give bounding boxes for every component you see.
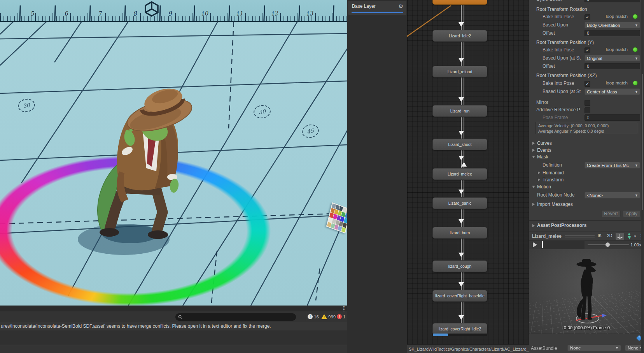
pose-frame-label: Pose Frame bbox=[542, 115, 568, 120]
drag-handle-icon[interactable] bbox=[565, 237, 595, 237]
foldout-motion[interactable]: Motion bbox=[537, 184, 551, 190]
layer-item-base-layer[interactable]: Base Layer ⚙ bbox=[348, 1, 406, 15]
speed-slider-knob[interactable] bbox=[606, 242, 610, 247]
divider bbox=[529, 220, 644, 221]
foldout-transform[interactable]: Transform bbox=[542, 177, 564, 183]
gear-icon[interactable]: ⚙ bbox=[398, 3, 403, 9]
based-upon-at-start-label: Based Upon (at St bbox=[542, 55, 584, 61]
apply-button[interactable]: Apply bbox=[623, 210, 640, 217]
state-node-selected[interactable] bbox=[432, 0, 487, 5]
foldout-arrow-icon[interactable] bbox=[532, 149, 535, 152]
bake-into-pose-checkbox[interactable]: ✓ bbox=[584, 14, 590, 20]
console-error-badge[interactable]: ! 1 bbox=[337, 314, 345, 319]
based-upon-dropdown[interactable]: Original▼ bbox=[584, 55, 640, 61]
console-warning-badge[interactable]: ! 999+ bbox=[321, 314, 338, 319]
based-upon-dropdown[interactable]: Center of Mass▼ bbox=[584, 88, 640, 95]
offset-field[interactable]: 0 bbox=[584, 63, 640, 69]
foldout-events[interactable]: Events bbox=[537, 148, 551, 153]
state-node[interactable]: lizard_cough bbox=[432, 260, 487, 272]
average-velocity-box: Average Velocity: (0.000, 0.000, 0.000) … bbox=[536, 122, 638, 134]
loop-match-indicator bbox=[633, 81, 638, 86]
based-upon-at-start-label: Based Upon (at St bbox=[542, 89, 584, 94]
foldout-arrow-icon[interactable] bbox=[532, 156, 535, 158]
foldout-mask[interactable]: Mask bbox=[537, 154, 548, 160]
foldout-arrow-icon[interactable] bbox=[532, 203, 535, 206]
timeline-scrubber[interactable] bbox=[541, 241, 584, 249]
average-angular-speed: Average Angular Y Speed: 0.0 deg/s bbox=[538, 128, 638, 134]
preview-character-silhouette bbox=[572, 259, 603, 323]
preview-title: Lizard_melee bbox=[532, 234, 562, 239]
preview-viewport[interactable]: 0:00 (000.0%) Frame 0 bbox=[529, 249, 644, 334]
bake-into-pose-checkbox[interactable]: ✓ bbox=[584, 81, 590, 87]
avatar-icon[interactable] bbox=[626, 233, 632, 241]
foldout-import-messages[interactable]: Import Messages bbox=[537, 202, 573, 207]
average-velocity: Average Velocity: (0.000, 0.000, 0.000) bbox=[538, 123, 638, 128]
state-node[interactable]: lizard_burn bbox=[432, 227, 487, 239]
foldout-arrow-icon[interactable] bbox=[532, 224, 535, 227]
ik-toggle-button[interactable]: IK bbox=[598, 233, 602, 238]
based-upon-label: Based Upon bbox=[542, 22, 568, 28]
speed-value: 1.00x bbox=[630, 242, 641, 247]
search-input[interactable] bbox=[175, 313, 296, 321]
mirror-checkbox[interactable] bbox=[584, 100, 590, 106]
assetbundle-section: AssetBundle None ▼ None ▼ bbox=[529, 334, 644, 353]
state-node[interactable]: Lizard_reload bbox=[432, 66, 487, 77]
state-node[interactable]: Lizard_Idle2 bbox=[432, 30, 487, 42]
animator-breadcrumb[interactable]: SK_LizardWildTactics/Graphics/Characters… bbox=[407, 344, 529, 353]
offset-label: Offset bbox=[542, 63, 555, 69]
definition-label: Definition bbox=[542, 162, 562, 168]
layer-weight-bar[interactable] bbox=[352, 12, 403, 13]
state-node[interactable]: Lizard_run bbox=[432, 105, 487, 117]
foldout-curves[interactable]: Curves bbox=[537, 140, 552, 146]
offset-field[interactable]: 0 bbox=[584, 30, 640, 36]
search-icon bbox=[178, 315, 182, 319]
inspector-scrollbar[interactable] bbox=[641, 0, 644, 353]
play-button[interactable] bbox=[533, 242, 537, 248]
game-viewport[interactable]: 5 6 7 8 9 10 11 12 13 30 30 45 bbox=[0, 0, 347, 306]
playhead[interactable] bbox=[542, 241, 543, 248]
scrollbar-thumb[interactable] bbox=[642, 74, 643, 210]
foldout-arrow-icon[interactable] bbox=[532, 186, 535, 188]
assetbundle-dropdown[interactable]: None ▼ bbox=[567, 345, 621, 351]
pose-frame-field: 0 bbox=[584, 114, 640, 121]
preview-playback-bar: 1.00x bbox=[529, 241, 644, 249]
console-info-badge[interactable]: ! 16 bbox=[308, 314, 319, 319]
console-top-strip: ••• bbox=[0, 306, 347, 311]
foldout-arrow-icon[interactable] bbox=[532, 142, 535, 145]
status-bar bbox=[0, 345, 347, 353]
state-node[interactable]: Lizard_shoot bbox=[432, 139, 487, 150]
foldout-humanoid[interactable]: Humanoid bbox=[542, 170, 564, 176]
state-node[interactable]: lizard_coverRight_Idle2 bbox=[432, 323, 487, 335]
foldout-asset-postprocessors[interactable]: Asset PostProcessors bbox=[537, 223, 586, 228]
chevron-down-icon[interactable]: ▼ bbox=[634, 235, 637, 238]
console-log-entry[interactable]: ures/Inconsolata/Inconsolata-SemiBold SD… bbox=[0, 322, 347, 330]
lizard-character bbox=[0, 0, 347, 306]
unity-editor-window: 5 6 7 8 9 10 11 12 13 30 30 45 bbox=[0, 0, 644, 353]
error-icon: ! bbox=[337, 314, 342, 319]
loop-match-label: loop match bbox=[606, 14, 628, 19]
cycle-offset-field[interactable]: 0 bbox=[584, 0, 640, 2]
drag-handle-icon[interactable] bbox=[565, 235, 595, 236]
assetbundle-label: AssetBundle bbox=[531, 346, 557, 351]
bake-into-pose-checkbox[interactable]: ✓ bbox=[584, 47, 590, 53]
inspector-panel: Cycle Offset 0 Root Transform Rotation B… bbox=[529, 0, 644, 353]
definition-dropdown[interactable]: Create From This Mc▼ bbox=[584, 162, 640, 169]
revert-button[interactable]: Revert bbox=[601, 210, 621, 217]
console-message: ures/Inconsolata/Inconsolata-SemiBold SD… bbox=[0, 323, 271, 329]
state-node[interactable]: Lizard_panic bbox=[432, 197, 487, 209]
foldout-arrow-icon[interactable] bbox=[538, 178, 540, 181]
section-root-rotation: Root Transform Rotation bbox=[536, 7, 587, 12]
state-node[interactable]: Lizard_melee bbox=[432, 168, 487, 180]
bake-into-pose-label: Bake Into Pose bbox=[542, 14, 574, 19]
loop-match-label: loop match bbox=[606, 81, 628, 85]
pivot-button[interactable] bbox=[616, 233, 624, 240]
pivot-axis-icon bbox=[616, 233, 624, 240]
based-upon-dropdown[interactable]: Body Orientation▼ bbox=[584, 22, 640, 28]
additive-reference-checkbox[interactable] bbox=[584, 107, 590, 113]
mirror-label: Mirror bbox=[536, 100, 548, 105]
foldout-arrow-icon[interactable] bbox=[538, 171, 540, 174]
2d-toggle-button[interactable]: 2D bbox=[607, 233, 612, 238]
root-motion-node-dropdown[interactable]: <None>▼ bbox=[584, 192, 640, 198]
offset-label: Offset bbox=[542, 30, 555, 36]
state-node[interactable]: lizard_coverRight_baseIdle bbox=[432, 290, 487, 302]
